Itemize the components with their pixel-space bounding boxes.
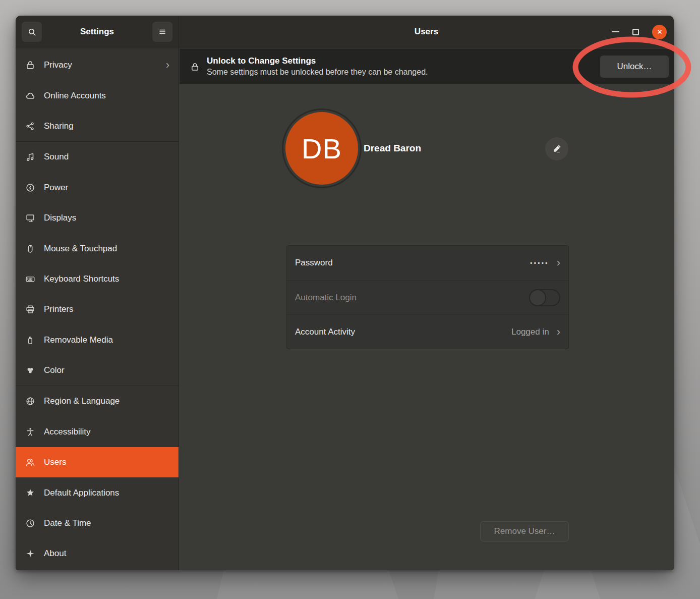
sidebar-item-label: Users — [44, 457, 169, 467]
sidebar-item-date-time[interactable]: Date & Time — [16, 508, 179, 538]
chevron-right-icon: › — [166, 60, 169, 71]
unlock-banner: Unlock to Change Settings Some settings … — [180, 49, 674, 84]
maximize-button[interactable] — [632, 29, 639, 35]
sidebar-item-keyboard-shortcuts[interactable]: Keyboard Shortcuts — [16, 264, 179, 294]
automatic-login-row: Automatic Login — [287, 280, 568, 314]
display-icon — [25, 212, 36, 224]
sidebar-item-about[interactable]: About — [16, 538, 179, 569]
search-icon — [27, 27, 37, 37]
password-value: ••••• — [530, 259, 549, 267]
sidebar-item-power[interactable]: Power — [16, 173, 179, 203]
sidebar-item-label: Displays — [44, 213, 169, 223]
sidebar-item-color[interactable]: Color — [16, 355, 179, 386]
window-headerbar: Users — [179, 16, 674, 48]
clock-icon — [25, 518, 36, 529]
sidebar-item-label: Sound — [44, 152, 169, 162]
sparkle-icon — [25, 548, 36, 559]
sidebar-item-mouse-touchpad[interactable]: Mouse & Touchpad — [16, 233, 179, 263]
unlock-button[interactable]: Unlock… — [600, 56, 669, 78]
chevron-right-icon: › — [557, 257, 560, 268]
pencil-icon — [552, 144, 562, 154]
sidebar: Privacy › Online Accounts Sharing Sound … — [16, 49, 179, 570]
sidebar-item-label: Region & Language — [44, 396, 169, 406]
close-icon — [655, 27, 664, 36]
sidebar-item-label: Removable Media — [44, 335, 169, 345]
edit-user-button[interactable] — [545, 137, 568, 160]
sidebar-item-label: Accessibility — [44, 427, 169, 437]
window-controls — [612, 25, 667, 39]
color-circles-icon — [25, 365, 36, 376]
sidebar-item-label: About — [44, 549, 169, 559]
sidebar-item-label: Privacy — [44, 60, 166, 70]
sidebar-item-accessibility[interactable]: Accessibility — [16, 417, 179, 447]
printer-icon — [25, 304, 36, 315]
sidebar-title: Settings — [80, 27, 114, 37]
star-icon — [25, 487, 36, 499]
sidebar-item-printers[interactable]: Printers — [16, 294, 179, 324]
account-activity-label: Account Activity — [295, 327, 511, 337]
close-button[interactable] — [652, 25, 667, 39]
window-title: Users — [179, 27, 674, 37]
sidebar-item-sharing[interactable]: Sharing — [16, 111, 179, 141]
power-icon — [25, 182, 36, 193]
globe-icon — [25, 396, 36, 407]
auth-card: Password ••••• › Automatic Login Account… — [286, 245, 569, 349]
keyboard-icon — [25, 274, 36, 285]
sidebar-item-online-accounts[interactable]: Online Accounts — [16, 80, 179, 111]
mouse-icon — [25, 243, 36, 254]
avatar-initials: DB — [302, 132, 342, 165]
sidebar-item-default-applications[interactable]: Default Applications — [16, 477, 179, 508]
sidebar-item-privacy[interactable]: Privacy › — [16, 50, 179, 80]
avatar: DB — [285, 112, 358, 185]
account-activity-value: Logged in — [511, 327, 549, 337]
unlock-banner-subtitle: Some settings must be unlocked before th… — [207, 67, 428, 78]
primary-menu-button[interactable] — [152, 22, 172, 42]
lock-icon — [190, 62, 200, 72]
chevron-right-icon: › — [557, 326, 560, 338]
sidebar-item-label: Color — [44, 365, 169, 375]
user-name: Dread Baron — [364, 143, 421, 154]
password-row[interactable]: Password ••••• › — [287, 246, 568, 280]
sidebar-item-label: Power — [44, 183, 169, 193]
sidebar-headerbar: Settings — [16, 16, 179, 48]
sidebar-item-label: Mouse & Touchpad — [44, 244, 169, 254]
remove-user-button[interactable]: Remove User… — [480, 521, 569, 541]
sidebar-item-label: Default Applications — [44, 488, 169, 498]
toggle-knob — [529, 289, 546, 306]
sidebar-item-displays[interactable]: Displays — [16, 203, 179, 233]
sidebar-item-label: Printers — [44, 304, 169, 314]
accessibility-icon — [25, 426, 36, 438]
share-icon — [25, 121, 36, 132]
lock-icon — [25, 60, 36, 71]
settings-window: Settings Users Privacy › Online Accounts… — [16, 16, 674, 570]
sidebar-item-label: Online Accounts — [44, 91, 169, 101]
sidebar-item-users[interactable]: Users — [16, 447, 179, 477]
automatic-login-label: Automatic Login — [295, 293, 529, 303]
sidebar-item-label: Keyboard Shortcuts — [44, 274, 169, 284]
search-button[interactable] — [22, 22, 42, 42]
cloud-icon — [25, 90, 36, 101]
hamburger-menu-icon — [157, 27, 167, 37]
unlock-banner-text: Unlock to Change Settings Some settings … — [207, 56, 428, 78]
users-icon — [25, 457, 36, 468]
sidebar-item-sound[interactable]: Sound — [16, 142, 179, 172]
sidebar-item-label: Date & Time — [44, 518, 169, 528]
usb-drive-icon — [25, 335, 36, 346]
sidebar-item-region-language[interactable]: Region & Language — [16, 386, 179, 416]
password-label: Password — [295, 258, 530, 268]
music-note-icon — [25, 151, 36, 162]
account-activity-row[interactable]: Account Activity Logged in › — [287, 314, 568, 349]
sidebar-item-removable-media[interactable]: Removable Media — [16, 325, 179, 355]
automatic-login-toggle[interactable] — [529, 289, 560, 306]
minimize-button[interactable] — [612, 31, 619, 32]
unlock-banner-title: Unlock to Change Settings — [207, 56, 428, 67]
users-panel: Unlock to Change Settings Some settings … — [180, 49, 674, 570]
sidebar-item-label: Sharing — [44, 121, 169, 131]
